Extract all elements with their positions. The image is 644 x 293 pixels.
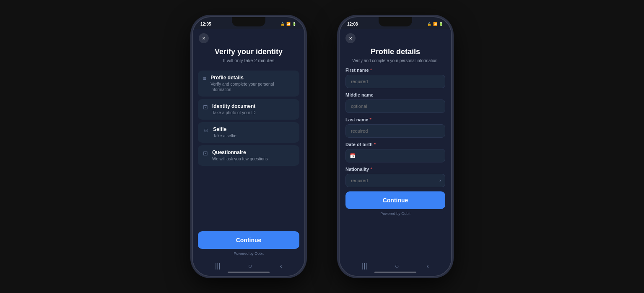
- form-group-nationality: Nationality * ›: [345, 167, 445, 187]
- menu-list: ≡ Profile details Verify and complete yo…: [198, 71, 299, 166]
- status-time-2: 12:08: [347, 22, 358, 26]
- menu-item-profile[interactable]: ≡ Profile details Verify and complete yo…: [198, 71, 299, 97]
- verify-title: Verify your identity: [198, 47, 299, 56]
- label-middle-name: Middle name: [345, 92, 445, 97]
- status-icons-symbols: 🔒 📶 🔋: [280, 22, 297, 26]
- required-star-first: *: [370, 68, 372, 73]
- chevron-right-icon: ›: [439, 178, 441, 183]
- input-last-name[interactable]: [345, 124, 445, 138]
- input-dob[interactable]: [345, 149, 445, 162]
- nav-back-icon-1[interactable]: ‹: [280, 262, 282, 270]
- verify-content: Verify your identity It will only take 2…: [193, 47, 304, 258]
- continue-button-2[interactable]: Continue: [345, 191, 445, 209]
- required-star-dob: *: [374, 142, 376, 147]
- form-group-first-name: First name *: [345, 68, 445, 88]
- label-nationality: Nationality *: [345, 167, 445, 172]
- spacer-1: [198, 166, 299, 231]
- nav-lines-icon-2[interactable]: |||: [362, 262, 367, 270]
- form-group-last-name: Last name *: [345, 117, 445, 138]
- nav-back-icon-2[interactable]: ‹: [427, 262, 429, 270]
- menu-text-profile: Profile details Verify and complete your…: [210, 75, 294, 92]
- form-group-middle-name: Middle name: [345, 92, 445, 113]
- required-star-nationality: *: [370, 167, 372, 172]
- required-star-last: *: [369, 117, 371, 122]
- questionnaire-icon: ⊡: [203, 150, 208, 157]
- identity-icon: ⊡: [203, 104, 208, 110]
- label-dob: Date of birth *: [345, 142, 445, 147]
- menu-text-selfie: Selfie Take a selfie: [213, 126, 236, 139]
- status-time-1: 12:05: [200, 22, 211, 26]
- nationality-input-wrapper: ›: [345, 174, 445, 187]
- home-indicator-1: [228, 272, 270, 273]
- powered-by-2: Powered by Oobit: [345, 212, 445, 216]
- menu-desc-identity: Take a photo of your ID: [212, 110, 255, 115]
- form-group-dob: Date of birth * 📅: [345, 142, 445, 162]
- menu-title-identity: Identity document: [212, 103, 255, 109]
- screen-2: ✕ Profile details Verify and complete yo…: [340, 29, 451, 276]
- status-icons-symbols-2: 🔒 📶 🔋: [427, 22, 444, 26]
- menu-item-questionnaire[interactable]: ⊡ Questionnaire We will ask you few ques…: [198, 145, 299, 166]
- profile-title: Profile details: [345, 47, 445, 56]
- home-indicator-2: [374, 272, 416, 273]
- label-last-name: Last name *: [345, 117, 445, 122]
- menu-title-selfie: Selfie: [213, 126, 236, 132]
- menu-desc-selfie: Take a selfie: [213, 133, 236, 139]
- menu-text-questionnaire: Questionnaire We will ask you few questi…: [212, 149, 268, 162]
- status-icons-2: 🔒 📶 🔋: [427, 22, 444, 26]
- nav-home-icon-1[interactable]: ○: [248, 262, 252, 270]
- menu-desc-profile: Verify and complete your personal inform…: [210, 81, 294, 92]
- profile-header: Profile details Verify and complete your…: [345, 47, 445, 63]
- verify-subtitle: It will only take 2 minutes: [198, 58, 299, 63]
- profile-content: Profile details Verify and complete your…: [340, 47, 451, 258]
- menu-title-questionnaire: Questionnaire: [212, 149, 268, 155]
- powered-by-1: Powered by Oobit: [198, 251, 299, 256]
- phone-1: 12:05 🔒 📶 🔋 ✕ Verify your identity It wi…: [192, 16, 305, 277]
- nav-lines-icon-1[interactable]: |||: [215, 262, 220, 270]
- menu-item-identity[interactable]: ⊡ Identity document Take a photo of your…: [198, 99, 299, 120]
- menu-text-identity: Identity document Take a photo of your I…: [212, 103, 255, 115]
- calendar-icon: 📅: [350, 153, 356, 159]
- input-middle-name[interactable]: [345, 99, 445, 113]
- screen-1: ✕ Verify your identity It will only take…: [193, 29, 304, 276]
- nav-home-icon-2[interactable]: ○: [395, 262, 399, 270]
- status-icons-1: 🔒 📶 🔋: [280, 22, 297, 26]
- phone-2: 12:08 🔒 📶 🔋 ✕ Profile details Verify and…: [339, 16, 452, 277]
- menu-desc-questionnaire: We will ask you few questions: [212, 156, 268, 162]
- close-button-2[interactable]: ✕: [345, 33, 356, 43]
- verify-header: Verify your identity It will only take 2…: [198, 47, 299, 63]
- profile-subtitle: Verify and complete your personal inform…: [345, 58, 445, 63]
- phone-notch: [232, 17, 265, 26]
- profile-icon: ≡: [203, 75, 206, 82]
- label-first-name: First name *: [345, 68, 445, 73]
- selfie-icon: ☺: [203, 127, 209, 133]
- dob-input-wrapper: 📅: [345, 149, 445, 162]
- menu-item-selfie[interactable]: ☺ Selfie Take a selfie: [198, 122, 299, 143]
- input-nationality[interactable]: [345, 174, 445, 187]
- input-first-name[interactable]: [345, 75, 445, 88]
- phone-notch-2: [379, 17, 412, 26]
- menu-title-profile: Profile details: [210, 75, 294, 81]
- continue-button-1[interactable]: Continue: [198, 231, 299, 249]
- close-button-1[interactable]: ✕: [199, 33, 209, 43]
